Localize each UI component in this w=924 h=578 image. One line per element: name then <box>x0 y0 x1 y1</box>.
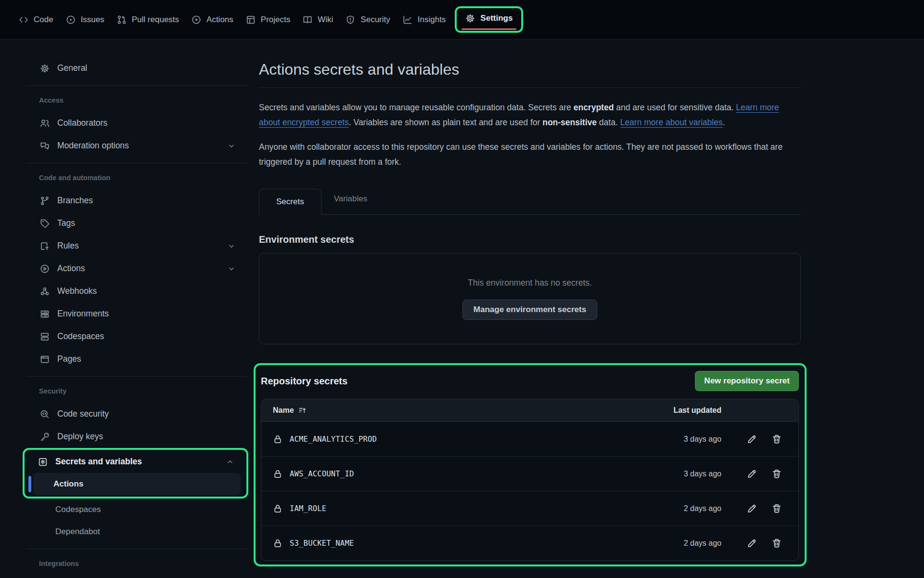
intro-paragraph: Secrets and variables allow you to manag… <box>259 100 801 130</box>
secret-name-cell: AWS_ACCOUNT_ID <box>273 469 684 479</box>
column-header-last-updated: Last updated <box>673 406 721 415</box>
sidebar-item-label: Actions <box>57 263 85 274</box>
sidebar-item-collaborators[interactable]: Collaborators <box>26 112 248 134</box>
secret-name: IAM_ROLE <box>290 504 326 513</box>
table-header-row: Name Last updated <box>261 399 798 421</box>
sidebar-item-pages[interactable]: Pages <box>26 348 248 370</box>
nav-tab-settings[interactable]: Settings <box>461 10 517 27</box>
sidebar-item-tags[interactable]: Tags <box>26 212 248 235</box>
git-branch-icon <box>40 196 50 206</box>
sidebar-subitem-actions[interactable]: Actions <box>33 473 241 495</box>
row-actions <box>721 538 787 549</box>
sidebar-item-label: Codespaces <box>57 331 104 342</box>
chevron-up-icon <box>226 458 234 466</box>
table-row: S3_BUCKET_NAME 2 days ago <box>261 525 798 560</box>
tab-variables[interactable]: Variables <box>321 194 380 214</box>
delete-trash-icon[interactable] <box>771 469 782 479</box>
annotation-box-settings: Settings <box>455 6 523 33</box>
sidebar-item-webhooks[interactable]: Webhooks <box>26 280 248 302</box>
sidebar-item-label: Deploy keys <box>57 432 103 442</box>
key-icon <box>40 432 50 442</box>
edit-pencil-icon[interactable] <box>746 434 757 445</box>
nav-tab-code[interactable]: Code <box>13 10 60 30</box>
sidebar-item-rules[interactable]: Rules <box>26 235 248 257</box>
server-icon <box>40 309 50 319</box>
chevron-down-icon <box>228 142 235 150</box>
nav-tab-label: Insights <box>418 15 446 25</box>
sidebar-item-moderation-options[interactable]: Moderation options <box>26 134 248 157</box>
sidebar-divider <box>26 376 248 377</box>
last-updated-cell: 2 days ago <box>684 504 721 513</box>
sidebar-item-label: Codespaces <box>55 505 101 514</box>
sidebar-divider <box>26 163 248 163</box>
collaborator-access-paragraph: Anyone with collaborator access to this … <box>259 140 801 170</box>
nav-tab-insights[interactable]: Insights <box>397 10 452 30</box>
environment-secrets-heading: Environment secrets <box>259 234 801 245</box>
delete-trash-icon[interactable] <box>771 538 782 549</box>
sidebar-item-codespaces[interactable]: Codespaces <box>26 325 248 348</box>
link-learn-variables[interactable]: Learn more about variables <box>620 118 723 127</box>
sidebar-item-label: Collaborators <box>57 118 107 128</box>
shield-icon <box>346 15 355 25</box>
nav-tab-label: Pull requests <box>132 15 179 25</box>
sidebar-item-general[interactable]: General <box>26 57 248 79</box>
nav-tab-label: Security <box>360 15 390 25</box>
sidebar-item-deploy-keys[interactable]: Deploy keys <box>26 425 248 448</box>
play-icon <box>40 264 50 274</box>
secret-name: ACME_ANALYTICS_PROD <box>290 435 377 444</box>
nav-tab-security[interactable]: Security <box>339 10 396 30</box>
sort-by-name-control[interactable]: Name <box>273 406 307 415</box>
tab-secrets[interactable]: Secrets <box>259 189 321 215</box>
lock-icon <box>273 469 282 479</box>
edit-pencil-icon[interactable] <box>746 538 757 549</box>
sidebar-item-label: Rules <box>57 241 79 251</box>
nav-tab-actions[interactable]: Actions <box>185 10 240 30</box>
codespaces-icon <box>40 332 50 342</box>
intro-bold-non-sensitive: non-sensitive <box>542 118 597 127</box>
key-asterisk-icon <box>38 457 48 467</box>
sidebar-subitem-codespaces[interactable]: Codespaces <box>26 499 248 521</box>
issue-opened-icon <box>66 15 76 25</box>
sidebar-item-actions[interactable]: Actions <box>26 257 248 280</box>
sidebar-item-branches[interactable]: Branches <box>26 189 248 212</box>
sidebar-item-label: Dependabot <box>55 527 100 537</box>
environment-secrets-box: This environment has no secrets. Manage … <box>259 253 801 344</box>
edit-pencil-icon[interactable] <box>746 503 757 514</box>
comment-discussion-icon <box>40 141 50 151</box>
manage-environment-secrets-button[interactable]: Manage environment secrets <box>462 300 597 320</box>
sidebar-section-integrations: Integrations <box>26 560 248 567</box>
gear-icon <box>465 13 475 23</box>
sidebar-item-code-security[interactable]: Code security <box>26 403 248 425</box>
secret-name-cell: S3_BUCKET_NAME <box>273 539 684 548</box>
delete-trash-icon[interactable] <box>771 503 782 514</box>
nav-tab-pull-requests[interactable]: Pull requests <box>111 10 185 30</box>
chevron-down-icon <box>228 242 235 250</box>
sidebar-divider <box>26 85 248 86</box>
intro-text: . <box>723 118 725 127</box>
nav-tab-label: Actions <box>206 15 233 25</box>
intro-text: Secrets and variables allow you to manag… <box>259 103 574 112</box>
book-icon <box>303 15 312 25</box>
sidebar-section-security: Security <box>26 387 248 395</box>
sidebar-item-environments[interactable]: Environments <box>26 302 248 325</box>
nav-tab-issues[interactable]: Issues <box>60 10 111 30</box>
last-updated-cell: 2 days ago <box>684 539 721 548</box>
graph-icon <box>403 15 412 25</box>
intro-text: . Variables are shown as plain text and … <box>349 118 542 127</box>
nav-tab-label: Projects <box>261 15 290 25</box>
sidebar-item-label: Secrets and variables <box>55 457 142 467</box>
nav-tab-wiki[interactable]: Wiki <box>296 10 339 30</box>
intro-text: and are used for sensitive data. <box>614 103 736 112</box>
last-updated-cell: 3 days ago <box>684 470 721 478</box>
sidebar-item-secrets-and-variables[interactable]: Secrets and variables <box>26 450 246 473</box>
delete-trash-icon[interactable] <box>771 434 782 445</box>
nav-tab-label: Issues <box>81 15 104 25</box>
sidebar-item-label: Pages <box>57 354 81 364</box>
sidebar-subitem-dependabot[interactable]: Dependabot <box>26 521 248 543</box>
new-repository-secret-button[interactable]: New repository secret <box>695 371 799 391</box>
row-actions <box>721 469 787 479</box>
nav-tab-projects[interactable]: Projects <box>240 10 296 30</box>
sidebar-item-label: Actions <box>53 479 83 489</box>
sidebar-item-label: Branches <box>57 196 93 206</box>
edit-pencil-icon[interactable] <box>746 469 757 479</box>
